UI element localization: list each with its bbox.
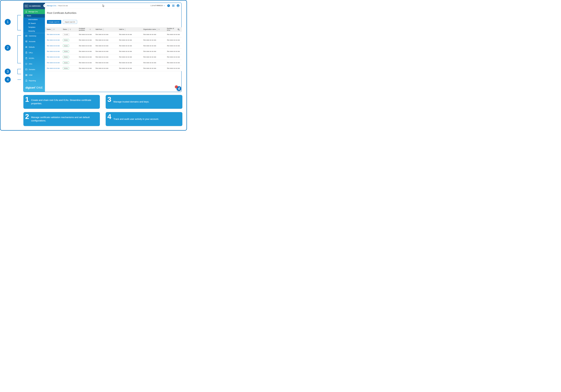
filter-icon[interactable] xyxy=(89,29,91,30)
create-root-ca-button[interactable]: Create root CA xyxy=(47,20,61,24)
ca-name-link[interactable]: Xxx xxxx xx xx xxx xyxy=(47,51,60,52)
sidebar-subitem-roots[interactable]: › Roots xyxy=(23,14,45,18)
sidebar-subitem-ee-search[interactable]: EE Search xyxy=(23,21,45,25)
assigned-accounts-cell: Xxx xxxx xx xx xxx xyxy=(77,62,93,64)
page-title: Root Certificate Authorities xyxy=(47,11,76,14)
sidebar-item-label: Ceremony xyxy=(29,35,36,37)
sort-icon[interactable] xyxy=(68,29,69,31)
ca-name-link[interactable]: Xxx xxxx xx xx xxx xyxy=(47,67,60,69)
sidebar-subitem-templates[interactable]: Templates xyxy=(23,25,45,29)
ca-name-link[interactable]: Xxx xxxx xx xx xxx xyxy=(47,34,60,35)
ca-name-link[interactable]: Xxx xxxx xx xx xxx xyxy=(47,45,60,47)
valid-from-cell: Xxx xxxx xx xx xxx xyxy=(93,39,117,41)
topbar: Manage CAs / Root CAs list 1.14 IoT-9069… xyxy=(45,3,182,9)
sort-icon[interactable] xyxy=(51,29,53,31)
breadcrumb-current-page: Root CAs list xyxy=(58,5,68,7)
callout-1: 1 Create and chain root CAs and ICAs. St… xyxy=(23,95,100,109)
sort-icon[interactable] xyxy=(124,29,126,31)
filter-icon[interactable] xyxy=(158,29,160,30)
column-header-number-of-icas: Number of ICAs xyxy=(165,28,177,31)
clipboard-list-icon xyxy=(25,52,28,54)
valid-from-cell: Xxx xxxx xx xx xxx xyxy=(93,67,117,69)
table-row: Xxx xxxx xx xx xxxInvalidXxx xxxx xx xx … xyxy=(45,32,182,37)
number-of-icas-cell: Xxx xxxx xx xx xxx xyxy=(165,51,177,52)
column-settings-icon[interactable] xyxy=(177,28,180,31)
sidebar-subitem-hierarchy[interactable]: Hierarchy xyxy=(23,29,45,33)
sidebar-item-crls[interactable]: CRLs xyxy=(23,50,45,55)
table-header-row: NameStatusAssigned accountsValid fromVal… xyxy=(45,27,182,32)
import-root-ca-button[interactable]: Import root CA xyxy=(63,20,77,24)
status-cell: Active xyxy=(61,67,77,69)
ca-name-link[interactable]: Xxx xxxx xx xx xxx xyxy=(47,56,60,58)
status-cell: Active xyxy=(61,50,77,53)
breadcrumb-manage-cas[interactable]: Manage CAs xyxy=(47,5,56,7)
callout-text: Manage trusted domains and keys. xyxy=(113,95,179,109)
column-label: Valid to xyxy=(119,29,124,30)
sidebar-item-ceremony[interactable]: Ceremony xyxy=(23,33,45,39)
callout-text: Track and audit user activity in your ac… xyxy=(113,112,179,126)
column-header-assigned-accounts: Assigned accounts xyxy=(77,28,93,31)
sidebar-item-aias[interactable]: AIAs xyxy=(23,61,45,67)
status-badge: Active xyxy=(63,39,69,41)
table-row: Xxx xxxx xx xx xxxActiveXxx xxxx xx xx x… xyxy=(45,43,182,49)
assigned-accounts-cell: Xxx xxxx xx xx xxx xyxy=(77,51,93,52)
sidebar-item-hsm[interactable]: HSM xyxy=(23,72,45,78)
root-ca-table: NameStatusAssigned accountsValid fromVal… xyxy=(45,27,182,71)
valid-to-cell: Xxx xxxx xx xx xxx xyxy=(117,34,141,35)
filter-icon[interactable] xyxy=(53,29,55,30)
sidebar-item-domains[interactable]: Domains xyxy=(23,67,45,72)
server-icon xyxy=(25,74,28,76)
name-cell: Xxx xxxx xx xx xxx xyxy=(45,67,61,69)
table-row: Xxx xxxx xx xx xxxActiveXxx xxxx xx xx x… xyxy=(45,49,182,54)
sidebar-item-ocsps[interactable]: OCSPs xyxy=(23,55,45,61)
sidebar-item-defaults[interactable]: Defaults xyxy=(23,44,45,50)
breadcrumb-separator: / xyxy=(57,5,58,7)
valid-to-cell: Xxx xxxx xx xx xxx xyxy=(117,67,141,69)
sidebar-item-label: Accounts xyxy=(29,41,35,42)
annotation-marker-4: 4 xyxy=(5,77,11,83)
badge-check-icon xyxy=(25,63,28,65)
filter-icon[interactable] xyxy=(69,29,71,30)
name-cell: Xxx xxxx xx xx xxx xyxy=(45,34,61,35)
sidebar-subitem-intermediates[interactable]: Intermediates xyxy=(23,18,45,21)
organization-name-cell: Xxx xxxx xx xx xxx xyxy=(141,45,165,47)
sidebar-item-label: HSM xyxy=(29,74,32,76)
sidebar-item-reporting[interactable]: Reporting xyxy=(23,78,45,84)
sidebar-item-label: Manage CAs xyxy=(29,11,38,12)
product-name: CA SERVICES xyxy=(29,5,41,7)
sidebar-item-manage-cas[interactable]: Manage CAs xyxy=(23,9,45,14)
ca-name-link[interactable]: Xxx xxxx xx xx xxx xyxy=(47,39,60,41)
callout-number: 4 xyxy=(108,112,111,121)
annotation-bracket-2 xyxy=(17,35,21,63)
browser-icon xyxy=(25,68,28,71)
column-header-valid-to: Valid to xyxy=(117,29,141,31)
column-header-organization-name: Organization name xyxy=(141,29,165,31)
annotation-bracket-1 xyxy=(17,15,21,30)
chevron-right-icon: › xyxy=(26,15,26,17)
status-badge: Active xyxy=(63,50,69,53)
sidebar-main-nav: CeremonyAccountsDefaultsCRLsOCSPsAIAsDom… xyxy=(23,33,45,84)
sidebar-item-accounts[interactable]: Accounts xyxy=(23,39,45,44)
version-dropdown[interactable]: 1.14 IoT-9069216 xyxy=(151,5,165,6)
number-of-icas-cell: Xxx xxxx xx xx xxx xyxy=(165,34,177,35)
column-header-name: Name xyxy=(45,29,61,31)
annotation-bracket-3 xyxy=(17,69,21,74)
digicert-wordmark: digicert xyxy=(25,86,35,89)
ca-name-link[interactable]: Xxx xxxx xx xx xxx xyxy=(47,62,60,64)
annotation-line-4 xyxy=(17,79,21,80)
status-badge: Invalid xyxy=(63,33,69,36)
valid-from-cell: Xxx xxxx xx xx xxx xyxy=(93,62,117,64)
award-icon xyxy=(25,11,27,13)
status-cell: Active xyxy=(61,44,77,47)
account-avatar-icon[interactable] xyxy=(177,4,179,7)
column-label: Number of ICAs xyxy=(167,28,174,31)
apps-grid-icon[interactable] xyxy=(172,4,174,7)
sort-icon[interactable] xyxy=(103,29,104,31)
chevron-left-icon xyxy=(44,5,46,6)
help-button[interactable]: ? xyxy=(167,4,170,7)
table-row: Xxx xxxx xx xx xxxActiveXxx xxxx xx xx x… xyxy=(45,37,182,43)
sidebar-collapse-button[interactable] xyxy=(43,4,46,7)
sidebar-item-label: Reporting xyxy=(29,80,36,82)
sort-icon[interactable] xyxy=(156,29,158,31)
chevron-down-icon xyxy=(163,5,165,6)
